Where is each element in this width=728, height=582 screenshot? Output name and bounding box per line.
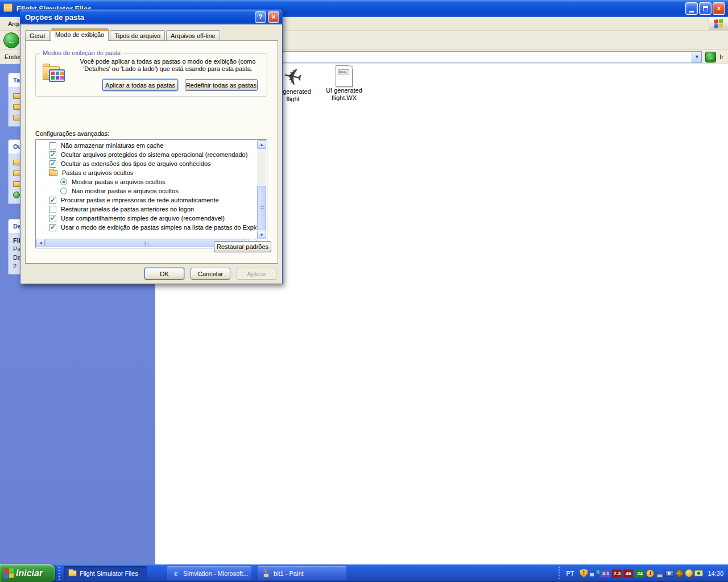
help-button[interactable]: ? <box>255 11 266 23</box>
desktop: Flight Simulator Files × Arquivo ← Ender… <box>0 0 728 582</box>
scrollbar-thumb[interactable] <box>257 186 266 230</box>
setting-row[interactable]: Pastas e arquivos ocultos <box>36 168 257 177</box>
setting-row[interactable]: Usar compartilhamento simples de arquivo… <box>36 214 257 223</box>
setting-row[interactable]: Não mostrar pastas e arquivos ocultos <box>36 186 257 196</box>
setting-row[interactable]: Usar o modo de exibição de pastas simple… <box>36 223 257 232</box>
folder-icon <box>68 570 77 576</box>
document-icon: 9%b <box>336 65 353 87</box>
scroll-left-icon[interactable]: ◄ <box>36 239 45 247</box>
scroll-up-icon[interactable]: ▲ <box>257 140 266 149</box>
taskbar-button-flight-simulator-files[interactable]: Flight Simulator Files <box>64 566 147 580</box>
folder-icon <box>3 5 14 13</box>
apply-button[interactable]: Aplicar <box>237 268 276 280</box>
paint-icon <box>262 569 271 577</box>
chevron-down-icon[interactable]: ▼ <box>692 52 701 63</box>
maximize-button[interactable] <box>699 2 712 15</box>
system-tray: PT ! ))) 3.1 2.3 46 34 i ↓ 14:30 <box>559 564 728 582</box>
checkbox-unchecked-icon[interactable] <box>49 142 56 149</box>
checkbox-checked-icon[interactable] <box>49 215 56 222</box>
tray-separator <box>559 567 560 580</box>
setting-row[interactable]: Ocultar as extensões dos tipos de arquiv… <box>36 159 257 168</box>
minimize-button[interactable] <box>685 2 698 15</box>
language-indicator[interactable]: PT <box>564 570 580 577</box>
group-description: Você pode aplicar a todas as pastas o mo… <box>71 58 264 73</box>
advanced-settings-label: Configurações avançadas: <box>35 130 109 137</box>
taskbar-button-simviation[interactable]: e Simviation - Microsoft... <box>167 566 251 580</box>
radio-selected-icon[interactable] <box>60 178 67 185</box>
dialog-titlebar[interactable]: Opções de pasta ? × <box>20 10 282 24</box>
back-button[interactable]: ← <box>3 32 19 48</box>
checkbox-checked-icon[interactable] <box>49 151 56 159</box>
setting-row[interactable]: Restaurar janelas de pastas anteriores n… <box>36 205 257 214</box>
file-item[interactable]: 9%b UI generated flight.WX <box>319 65 369 102</box>
windows-flag-icon <box>4 568 14 579</box>
security-shield-icon[interactable]: ! <box>580 569 588 577</box>
tray-badge[interactable]: 46 <box>623 569 633 577</box>
close-icon[interactable]: × <box>268 11 279 23</box>
restore-defaults-button[interactable]: Restaurar padrões <box>214 241 271 252</box>
error-ball-icon[interactable] <box>685 569 693 577</box>
scroll-down-icon[interactable]: ▼ <box>257 231 266 239</box>
setting-row[interactable]: Não armazenar miniaturas em cache <box>36 141 257 150</box>
checkbox-checked-icon[interactable] <box>49 160 56 168</box>
airplane-icon: ✈ <box>282 64 304 89</box>
internet-explorer-icon: e <box>172 569 180 577</box>
info-icon[interactable]: i <box>646 569 654 577</box>
tray-badge[interactable]: 34 <box>635 569 644 577</box>
tab-modo-de-exibicao[interactable]: Modo de exibição <box>51 28 109 41</box>
checkbox-checked-icon[interactable] <box>49 197 56 204</box>
windows-logo <box>709 17 728 30</box>
tab-strip: Geral Modo de exibição Tipos de arquivo … <box>25 28 221 41</box>
tab-tipos-de-arquivo[interactable]: Tipos de arquivo <box>110 30 165 41</box>
go-label[interactable]: Ir <box>719 53 723 60</box>
close-button[interactable]: × <box>713 2 725 15</box>
clock[interactable]: 14:30 <box>708 570 723 577</box>
quick-launch-separator <box>59 567 60 580</box>
network-signal-icon[interactable]: ))) <box>589 569 599 577</box>
go-arrow-icon[interactable]: → <box>705 52 716 63</box>
taskbar-button-paint[interactable]: bit1 - Paint <box>258 566 346 580</box>
start-button[interactable]: Iniciar <box>0 564 55 582</box>
network-icon <box>13 192 20 198</box>
setting-row[interactable]: Ocultar arquivos protegidos do sistema o… <box>36 150 257 159</box>
checkbox-unchecked-icon[interactable] <box>49 206 56 213</box>
setting-row[interactable]: Mostrar pastas e arquivos ocultos <box>36 177 257 186</box>
folder-views-group: Modos de exibição de pasta Você pode apl… <box>35 53 267 97</box>
group-caption: Modos de exibição de pasta <box>40 49 123 56</box>
viewer-icon[interactable] <box>694 570 703 576</box>
file-name: UI generated flight.WX <box>319 87 369 102</box>
reset-all-folders-button[interactable]: Redefinir todas as pastas <box>185 79 258 91</box>
tab-arquivos-offline[interactable]: Arquivos off-line <box>166 30 220 41</box>
vertical-scrollbar[interactable]: ▲ ▼ <box>257 140 266 239</box>
globe-icon[interactable] <box>676 569 684 577</box>
dialog-title: Opções de pasta <box>25 13 84 22</box>
start-label: Iniciar <box>16 568 43 579</box>
apply-to-all-folders-button[interactable]: Aplicar a todas as pastas <box>102 79 178 91</box>
taskbar: Iniciar Flight Simulator Files e Simviat… <box>0 564 728 582</box>
cancel-button[interactable]: Cancelar <box>191 268 230 280</box>
tray-badge[interactable]: 2.3 <box>612 569 622 577</box>
tab-page: Modos de exibição de pasta Você pode apl… <box>25 40 278 264</box>
checkbox-checked-icon[interactable] <box>49 224 56 231</box>
tray-badge[interactable]: 3.1 <box>601 569 610 577</box>
card-reader-icon[interactable] <box>665 570 674 577</box>
setting-row[interactable]: Procurar pastas e impressoras de rede au… <box>36 196 257 205</box>
folder-icon <box>49 170 57 176</box>
tab-geral[interactable]: Geral <box>25 30 49 41</box>
updater-icon[interactable]: ↓ <box>656 569 664 577</box>
advanced-settings-list[interactable]: Não armazenar miniaturas em cache Oculta… <box>35 139 267 248</box>
folder-options-dialog: Opções de pasta ? × Geral Modo de exibiç… <box>20 9 283 284</box>
ok-button[interactable]: OK <box>144 268 184 280</box>
radio-unselected-icon[interactable] <box>60 188 67 194</box>
